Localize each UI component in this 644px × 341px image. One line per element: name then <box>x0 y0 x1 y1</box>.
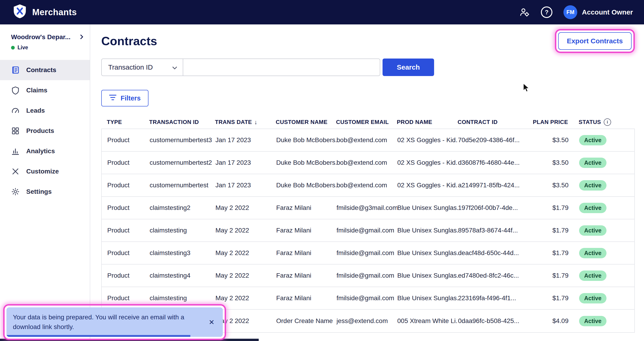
sidebar-item-products[interactable]: Products <box>0 121 90 141</box>
cell-customer_name: Duke Bob McBobers... <box>276 182 336 189</box>
sidebar-item-label: Leads <box>26 107 45 114</box>
cell-contract_id: 0daa96fc-b508-425... <box>458 317 534 325</box>
cell-prod_name: Blue Unisex Sunglas... <box>397 227 458 234</box>
status-badge: Active <box>579 180 606 191</box>
table-row[interactable]: Productclaimstesting4May 2 2022Faraz Mil… <box>102 264 634 287</box>
close-icon[interactable]: ✕ <box>207 317 216 327</box>
header-type[interactable]: TYPE <box>107 119 149 125</box>
account-owner-label: Account Owner <box>582 8 633 16</box>
cell-prod_name: Blue Unisex Sunglas... <box>397 272 458 279</box>
table-body: Productcustomernumbertest3Jan 17 2023Duk… <box>101 129 635 333</box>
search-field-selector[interactable]: Transaction ID <box>101 59 183 76</box>
help-icon[interactable]: ? <box>541 7 552 18</box>
sidebar-item-settings[interactable]: Settings <box>0 182 90 202</box>
table-row[interactable]: ProductclaimstestingMay 2 2022Faraz Mila… <box>102 219 634 242</box>
environment-status: Live <box>11 45 83 51</box>
table-row[interactable]: Productclaimstesting2May 2 2022Faraz Mil… <box>102 197 634 219</box>
table-row[interactable]: Productclaimstesting3May 2 2022Faraz Mil… <box>102 242 634 264</box>
chevron-right-icon <box>80 33 83 41</box>
sidebar-item-claims[interactable]: Claims <box>0 80 90 101</box>
search-input[interactable] <box>183 59 380 76</box>
filter-icon <box>109 94 116 102</box>
table-row[interactable]: ProductcustomernumbertestJan 17 2023Duke… <box>102 174 634 197</box>
cell-transaction_id: claimstesting <box>150 294 216 302</box>
sidebar-item-label: Settings <box>26 188 52 195</box>
chevron-down-icon <box>172 63 177 71</box>
cell-contract_id: 70d5e209-4386-46f... <box>458 136 534 144</box>
status-badge: Active <box>579 225 606 236</box>
cell-trans_date: May 2 2022 <box>216 294 276 302</box>
header-transaction-id[interactable]: TRANSACTION ID <box>149 119 215 125</box>
sidebar-item-leads[interactable]: Leads <box>0 101 90 121</box>
sidebar-item-contracts[interactable]: Contracts <box>0 60 90 80</box>
header-contract-id[interactable]: CONTRACT ID <box>458 119 534 125</box>
status-badge: Active <box>579 203 606 213</box>
cell-customer_email: fmilside@gmail.com <box>336 294 397 302</box>
table-row[interactable]: Productcustomernumbertest2Jan 17 2023Duk… <box>102 152 634 174</box>
cell-customer_name: Faraz Milani <box>276 272 336 279</box>
cell-customer_email: fmilside@g3mail.com <box>336 204 397 211</box>
header-trans-date[interactable]: TRANS DATE ↓ <box>215 119 276 126</box>
cell-transaction_id: customernumbertest3 <box>150 136 216 144</box>
cell-plan_price: $3.50 <box>534 182 572 189</box>
user-management-icon[interactable] <box>519 7 530 18</box>
sidebar-item-label: Products <box>26 127 54 135</box>
cell-customer_name: Faraz Milani <box>276 249 336 257</box>
sidebar-item-label: Customize <box>26 168 59 175</box>
avatar[interactable]: FM <box>564 5 577 19</box>
header-customer-email[interactable]: CUSTOMER EMAIL <box>336 119 397 125</box>
leads-gauge-icon <box>11 106 20 115</box>
cell-plan_price: $1.79 <box>534 272 572 279</box>
cell-plan_price: $4.09 <box>534 317 572 325</box>
cell-status: Active <box>572 316 635 326</box>
products-grid-icon <box>11 127 20 135</box>
header-status-label: STATUS <box>579 119 601 125</box>
header-plan-price[interactable]: PLAN PRICE <box>534 119 572 125</box>
sidebar: Woodrow's Depar... Live Contracts <box>0 25 90 341</box>
cell-type: Product <box>107 249 150 257</box>
cell-contract_id: d36087f6-4680-44e... <box>458 159 534 166</box>
live-dot-icon <box>11 46 15 50</box>
cell-status: Active <box>572 248 635 258</box>
filters-label: Filters <box>120 95 141 102</box>
cell-type: Product <box>107 272 150 279</box>
status-badge: Active <box>579 135 606 145</box>
header-prod-name[interactable]: PROD NAME <box>397 119 458 125</box>
cell-transaction_id: customernumbertest <box>150 182 216 189</box>
info-icon[interactable]: i <box>604 118 611 126</box>
cell-plan_price: $1.79 <box>534 227 572 234</box>
cell-plan_price: $1.79 <box>534 294 572 302</box>
highlight-ring-export: Export Contracts <box>555 29 635 53</box>
cell-trans_date: May 2 2022 <box>216 227 276 234</box>
sidebar-item-analytics[interactable]: Analytics <box>0 141 90 161</box>
header-customer-name[interactable]: CUSTOMER NAME <box>276 119 336 125</box>
cell-trans_date: Jan 17 2023 <box>216 182 276 189</box>
status-badge: Active <box>579 158 606 168</box>
merchant-selector[interactable]: Woodrow's Depar... <box>11 33 83 41</box>
sidebar-item-label: Claims <box>26 87 48 94</box>
header-trans-date-label: TRANS DATE <box>215 119 252 125</box>
cell-contract_id: ed7480ed-8fc2-46c... <box>458 272 534 279</box>
table-header-row: TYPE TRANSACTION ID TRANS DATE ↓ CUSTOME… <box>101 116 635 129</box>
cell-status: Active <box>572 180 635 191</box>
export-contracts-button[interactable]: Export Contracts <box>558 32 632 50</box>
search-button[interactable]: Search <box>382 59 434 76</box>
cell-prod_name: Blue Unisex Sunglas... <box>397 204 458 211</box>
cell-type: Product <box>107 227 150 234</box>
sidebar-item-label: Analytics <box>26 147 55 155</box>
cell-customer_email: bob@extend.com <box>336 159 397 166</box>
app-window: Merchants ? FM Account Owner Woodrow's D… <box>0 0 644 341</box>
header-status[interactable]: STATUS i <box>572 118 635 126</box>
brand-group: Merchants <box>13 4 77 21</box>
cell-transaction_id: claimstesting3 <box>150 249 216 257</box>
account-group: FM Account Owner <box>564 5 633 19</box>
cell-prod_name: Blue Unisex Sunglas... <box>397 294 458 302</box>
table-row[interactable]: Productcustomernumbertest3Jan 17 2023Duk… <box>102 129 634 152</box>
toast-progress-bar <box>6 335 190 337</box>
cell-plan_price: $1.79 <box>534 249 572 257</box>
filters-button[interactable]: Filters <box>101 90 148 106</box>
merchant-name: Woodrow's Depar... <box>11 34 70 41</box>
cell-trans_date: May 2 2022 <box>216 204 276 211</box>
sidebar-item-customize[interactable]: Customize <box>0 161 90 182</box>
status-badge: Active <box>579 248 606 258</box>
